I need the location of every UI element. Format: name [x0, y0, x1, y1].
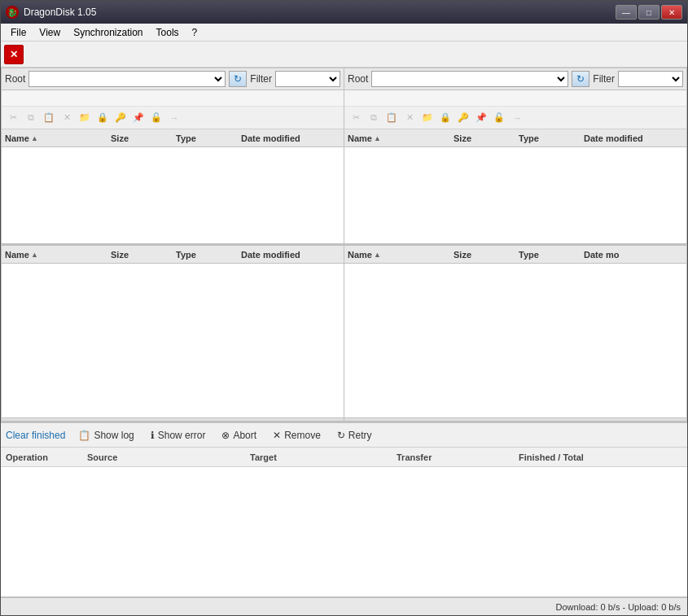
show-error-btn[interactable]: ℹ Show error — [147, 428, 209, 443]
right-bottom-file-list-body — [344, 264, 686, 417]
left-top-delete-btn[interactable]: ✕ — [59, 110, 75, 126]
left-bottom-file-list-body — [2, 264, 344, 417]
left-top-newfolder-btn[interactable]: 📁 — [77, 110, 93, 126]
right-top-paste-btn[interactable]: 📋 — [383, 110, 400, 126]
status-bar: Download: 0 b/s - Upload: 0 b/s — [1, 597, 687, 615]
file-panels: Root ↻ Filter ✂ ⧉ 📋 ✕ 📁 🔒 🔑 — [1, 68, 687, 422]
right-top-panel-header: Root ↻ Filter — [344, 68, 686, 90]
right-top-lock2-btn[interactable]: 🔑 — [455, 110, 471, 126]
window-title: DragonDisk 1.05 — [24, 7, 96, 18]
right-top-col-size[interactable]: Size — [450, 133, 515, 143]
left-top-copy-btn[interactable]: ⧉ — [23, 110, 39, 126]
clear-finished-btn[interactable]: Clear finished — [6, 430, 65, 441]
left-top-col-date[interactable]: Date modified — [238, 133, 344, 143]
transfer-col-target[interactable]: Target — [245, 452, 392, 462]
app-icon: 🐉 — [6, 6, 19, 19]
transfer-section: Clear finished 📋 Show log ℹ Show error ⊗… — [1, 422, 687, 615]
transfer-col-operation[interactable]: Operation — [1, 452, 82, 462]
right-bottom-col-date[interactable]: Date mo — [581, 250, 686, 260]
top-panel-row: Root ↻ Filter ✂ ⧉ 📋 ✕ 📁 🔒 🔑 — [1, 68, 687, 245]
left-top-root-dropdown[interactable] — [28, 71, 226, 87]
left-top-refresh-btn[interactable]: ↻ — [229, 71, 247, 87]
left-top-panel-toolbar: ✂ ⧉ 📋 ✕ 📁 🔒 🔑 📌 🔓 → — [2, 107, 344, 129]
right-top-col-type[interactable]: Type — [515, 133, 581, 143]
left-top-paste-btn[interactable]: 📋 — [41, 110, 57, 126]
right-top-delete-btn[interactable]: ✕ — [401, 110, 418, 126]
menu-file[interactable]: File — [4, 25, 33, 40]
transfer-col-transfer[interactable]: Transfer — [392, 452, 514, 462]
retry-icon: ↻ — [337, 430, 345, 441]
bottom-panel-row: Name ▲ Size Type Date modified — [1, 245, 687, 422]
right-top-copy-btn[interactable]: ⧉ — [366, 110, 382, 126]
transfer-col-source[interactable]: Source — [82, 452, 245, 462]
right-top-list-header: Name ▲ Size Type Date modified — [344, 129, 686, 147]
show-log-icon: 📋 — [78, 430, 90, 441]
transfer-toolbar: Clear finished 📋 Show log ℹ Show error ⊗… — [1, 423, 687, 448]
abort-label: Abort — [233, 430, 256, 441]
left-top-prop-btn[interactable]: 📌 — [130, 110, 147, 126]
left-top-lock2-btn[interactable]: 🔑 — [112, 110, 129, 126]
right-bottom-col-type[interactable]: Type — [515, 250, 581, 260]
left-bottom-scrollbar — [2, 417, 344, 421]
right-top-col-date[interactable]: Date modified — [581, 133, 686, 143]
transfer-col-finished[interactable]: Finished / Total — [514, 452, 687, 462]
left-top-filter-label: Filter — [250, 73, 272, 85]
right-top-refresh-btn[interactable]: ↻ — [572, 71, 589, 87]
abort-icon: ⊗ — [221, 430, 230, 441]
transfer-table-header: Operation Source Target Transfer Finishe… — [1, 448, 687, 467]
right-top-cut-btn[interactable]: ✂ — [348, 110, 364, 126]
right-top-lock1-btn[interactable]: 🔒 — [437, 110, 454, 126]
left-top-filter-dropdown[interactable] — [275, 71, 340, 87]
right-top-root-dropdown[interactable] — [371, 71, 568, 87]
menu-view[interactable]: View — [33, 25, 67, 40]
left-top-lock1-btn[interactable]: 🔒 — [94, 110, 111, 126]
right-top-newfolder-btn[interactable]: 📁 — [419, 110, 436, 126]
left-bottom-col-name[interactable]: Name ▲ — [2, 250, 107, 260]
menu-tools[interactable]: Tools — [150, 25, 186, 40]
show-log-label: Show log — [94, 430, 134, 441]
right-top-transfer-btn[interactable]: → — [509, 110, 525, 126]
right-top-col-name[interactable]: Name ▲ — [344, 133, 450, 143]
right-bottom-panel: Name ▲ Size Type Date mo — [344, 245, 687, 422]
close-button[interactable]: ✕ — [661, 5, 682, 20]
right-bottom-sort-arrow: ▲ — [374, 251, 381, 259]
left-top-unlock-btn[interactable]: 🔓 — [148, 110, 164, 126]
minimize-button[interactable]: — — [616, 5, 637, 20]
left-bottom-col-size[interactable]: Size — [107, 250, 173, 260]
left-top-transfer-btn[interactable]: → — [166, 110, 182, 126]
left-top-file-list-body — [2, 147, 344, 243]
right-top-prop-btn[interactable]: 📌 — [473, 110, 489, 126]
right-top-unlock-btn[interactable]: 🔓 — [491, 110, 507, 126]
abort-btn[interactable]: ⊗ Abort — [218, 428, 260, 443]
main-toolbar: ✕ — [1, 42, 687, 68]
right-bottom-col-size[interactable]: Size — [450, 250, 515, 260]
menu-synchronization[interactable]: Synchronization — [67, 25, 149, 40]
menu-help[interactable]: ? — [186, 25, 204, 40]
remove-btn[interactable]: ✕ Remove — [270, 428, 324, 443]
show-log-btn[interactable]: 📋 Show log — [75, 428, 137, 443]
retry-label: Retry — [348, 430, 372, 441]
right-bottom-list-header: Name ▲ Size Type Date mo — [344, 246, 686, 264]
right-bottom-file-list: Name ▲ Size Type Date mo — [344, 246, 686, 417]
left-bottom-panel: Name ▲ Size Type Date modified — [1, 245, 344, 422]
close-toolbar-btn[interactable]: ✕ — [4, 45, 24, 64]
main-window: 🐉 DragonDisk 1.05 — □ ✕ File View Synchr… — [0, 0, 688, 616]
left-bottom-col-type[interactable]: Type — [173, 250, 238, 260]
maximize-button[interactable]: □ — [638, 5, 660, 20]
right-top-filter-label: Filter — [593, 73, 615, 85]
left-top-file-list: Name ▲ Size Type Date modified — [2, 129, 344, 243]
right-top-filter-dropdown[interactable] — [618, 71, 683, 87]
left-bottom-col-date[interactable]: Date modified — [238, 250, 344, 260]
remove-icon: ✕ — [273, 430, 281, 441]
left-top-col-name[interactable]: Name ▲ — [2, 133, 107, 143]
status-text: Download: 0 b/s - Upload: 0 b/s — [556, 602, 681, 612]
left-top-panel-header: Root ↻ Filter — [2, 68, 344, 90]
left-top-col-size[interactable]: Size — [107, 133, 173, 143]
left-top-col-type[interactable]: Type — [173, 133, 238, 143]
retry-btn[interactable]: ↻ Retry — [334, 428, 375, 443]
left-bottom-sort-arrow: ▲ — [31, 251, 38, 259]
left-top-cut-btn[interactable]: ✂ — [5, 110, 21, 126]
right-bottom-col-name[interactable]: Name ▲ — [344, 250, 450, 260]
left-top-root-label: Root — [5, 73, 25, 85]
remove-label: Remove — [284, 430, 321, 441]
